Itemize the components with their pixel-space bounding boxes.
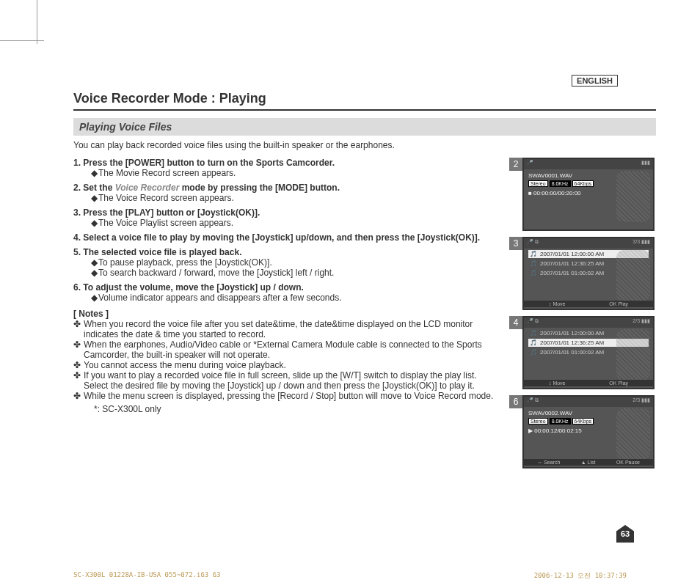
notes-heading: [ Notes ] bbox=[73, 309, 502, 319]
file-icon: 🎵 bbox=[530, 330, 537, 337]
list-item-date: 2007/01/01 12:00:00 AM bbox=[540, 251, 604, 257]
step-sub: The Voice Playlist screen appears. bbox=[98, 218, 233, 228]
step-num: 3. bbox=[73, 207, 81, 218]
microphone-graphic bbox=[616, 408, 650, 460]
step-num: 2. bbox=[73, 183, 81, 193]
note-text: If you want to play a recorded voice fil… bbox=[84, 370, 477, 391]
hint-move: Move bbox=[553, 381, 565, 386]
mic-icon: 🎤 bbox=[527, 160, 533, 169]
mic-icon: 🎤 ⧉ bbox=[527, 397, 539, 406]
screen-6: 6 🎤 ⧉2/3 ▮▮▮ SWAV0002.WAV Stereo 8.0KHz … bbox=[509, 395, 656, 468]
cross-icon: ✤ bbox=[73, 370, 84, 381]
list-item-date: 2007/01/01 12:00:00 AM bbox=[540, 330, 604, 337]
step-5: 5. The selected voice file is played bac… bbox=[73, 247, 502, 278]
step-4: 4. Select a voice file to play by moving… bbox=[73, 232, 502, 243]
step-num: 1. bbox=[73, 158, 81, 168]
footer: SC-X300L 01228A-IB-USA 055~072.i63 63 20… bbox=[73, 571, 627, 581]
step-sub: The Voice Record screen appears. bbox=[98, 193, 234, 203]
step-head-pre: Set the bbox=[83, 183, 114, 193]
search-icon: ↔ bbox=[537, 460, 542, 465]
file-icon: 🎵 bbox=[530, 260, 537, 267]
mic-icon: 🎤 ⧉ bbox=[527, 318, 539, 327]
page: ENGLISH Voice Recorder Mode : Playing Pl… bbox=[0, 0, 700, 504]
list-item-date: 2007/01/01 01:00:02 AM bbox=[540, 349, 604, 356]
hint-pause: Pause bbox=[625, 460, 640, 465]
file-icon: 🎵 bbox=[530, 270, 537, 276]
counter: 2/3 bbox=[632, 318, 640, 323]
diamond-icon: ◆ bbox=[91, 193, 98, 203]
hint-search: Search bbox=[544, 460, 560, 465]
cross-icon: ✤ bbox=[73, 339, 84, 350]
battery-icon: ▮▮▮ bbox=[641, 239, 650, 244]
note-text: When the earphones, Audio/Video cable or… bbox=[84, 339, 482, 360]
microphone-graphic bbox=[616, 171, 650, 222]
play-icon: ▶ bbox=[528, 427, 534, 434]
battery-icon: ▮▮▮ bbox=[641, 318, 650, 323]
step-num: 4. bbox=[73, 232, 81, 243]
step-6: 6. To adjust the volume, move the [Joyst… bbox=[73, 282, 502, 303]
step-1: 1. Press the [POWER] button to turn on t… bbox=[73, 158, 502, 178]
file-icon: 🎵 bbox=[530, 349, 537, 356]
list-item-date: 2007/01/01 12:36:25 AM bbox=[540, 260, 604, 267]
move-icon: ↕ bbox=[549, 301, 552, 306]
step-head-post: mode by pressing the [MODE] button. bbox=[179, 183, 340, 193]
note-item: ✤When the earphones, Audio/Video cable o… bbox=[84, 339, 502, 360]
audio-mode-badge: Stereo bbox=[528, 180, 548, 187]
diamond-icon: ◆ bbox=[91, 257, 98, 268]
bitrate-badge: 64Kbps bbox=[572, 180, 594, 187]
ok-icon: OK bbox=[609, 381, 616, 386]
counter: 3/3 bbox=[632, 239, 640, 244]
timecode: 00:00:12/00:02:15 bbox=[534, 427, 582, 434]
language-badge: ENGLISH bbox=[572, 75, 618, 87]
bitrate-badge: 64Kbps bbox=[572, 418, 594, 425]
cross-icon: ✤ bbox=[73, 319, 84, 329]
note-text: When you record the voice file after you… bbox=[84, 319, 473, 339]
mic-icon: 🎤 ⧉ bbox=[527, 239, 539, 248]
hint-play: Play bbox=[618, 381, 628, 386]
file-icon: 🎵 bbox=[530, 251, 537, 257]
footer-right: 2006-12-13 오전 10:37:39 bbox=[534, 571, 627, 581]
list-item-date: 2007/01/01 01:00:02 AM bbox=[540, 270, 604, 276]
list-item-date: 2007/01/01 12:36:25 AM bbox=[540, 339, 604, 346]
content-column: 1. Press the [POWER] button to turn on t… bbox=[73, 158, 502, 474]
list-icon: ▲ bbox=[581, 460, 586, 465]
ok-icon: OK bbox=[616, 460, 624, 465]
note-item: ✤While the menu screen is displayed, pre… bbox=[84, 391, 502, 401]
file-icon: 🎵 bbox=[530, 339, 537, 346]
lcd-mock: 🎤 ⧉2/3 ▮▮▮ 🎵2007/01/01 12:00:00 AM 🎵2007… bbox=[522, 316, 655, 389]
section-subtitle: Playing Voice Files bbox=[73, 118, 656, 136]
step-head: To adjust the volume, move the [Joystick… bbox=[83, 282, 303, 293]
screen-4: 4 🎤 ⧉2/3 ▮▮▮ 🎵2007/01/01 12:00:00 AM 🎵20… bbox=[509, 316, 656, 389]
battery-icon: ▮▮▮ bbox=[641, 397, 650, 403]
page-number: 63 bbox=[616, 525, 634, 543]
footnote: *: SC-X300L only bbox=[94, 404, 502, 414]
timecode: 00:00:00/00:20:00 bbox=[533, 190, 581, 196]
screenshots-column: 2 🎤▮▮▮ SWAV0001.WAV Stereo 8.0KHz 64Kbps… bbox=[509, 158, 656, 474]
samplerate-badge: 8.0KHz bbox=[550, 180, 571, 187]
diamond-icon: ◆ bbox=[91, 293, 98, 303]
move-icon: ↕ bbox=[549, 381, 552, 386]
note-item: ✤If you want to play a recorded voice fi… bbox=[84, 370, 502, 391]
battery-icon: ▮▮▮ bbox=[641, 160, 650, 169]
diamond-icon: ◆ bbox=[91, 168, 98, 178]
note-item: ✤You cannot access the menu during voice… bbox=[84, 360, 502, 370]
note-item: ✤When you record the voice file after yo… bbox=[84, 319, 502, 339]
samplerate-badge: 8.0KHz bbox=[550, 418, 571, 425]
step-sub: Volume indicator appears and disappears … bbox=[98, 293, 342, 303]
screen-number: 3 bbox=[509, 237, 522, 250]
footer-left: SC-X300L 01228A-IB-USA 055~072.i63 63 bbox=[73, 571, 220, 581]
screen-number: 2 bbox=[509, 158, 522, 171]
counter: 2/3 bbox=[632, 397, 640, 403]
step-num: 6. bbox=[73, 282, 81, 293]
screen-number: 4 bbox=[509, 316, 522, 329]
microphone-graphic bbox=[616, 250, 650, 301]
note-text: You cannot access the menu during voice … bbox=[84, 360, 286, 370]
lcd-mock: 🎤 ⧉2/3 ▮▮▮ SWAV0002.WAV Stereo 8.0KHz 64… bbox=[522, 395, 655, 468]
screen-number: 6 bbox=[509, 395, 522, 408]
screen-3: 3 🎤 ⧉3/3 ▮▮▮ 🎵2007/01/01 12:00:00 AM 🎵20… bbox=[509, 237, 656, 310]
cross-icon: ✤ bbox=[73, 360, 84, 370]
step-head: Press the [PLAY] button or [Joystick(OK)… bbox=[83, 207, 260, 218]
step-head: Press the [POWER] button to turn on the … bbox=[83, 158, 335, 168]
stop-icon: ■ bbox=[528, 190, 533, 196]
ok-icon: OK bbox=[609, 301, 616, 306]
